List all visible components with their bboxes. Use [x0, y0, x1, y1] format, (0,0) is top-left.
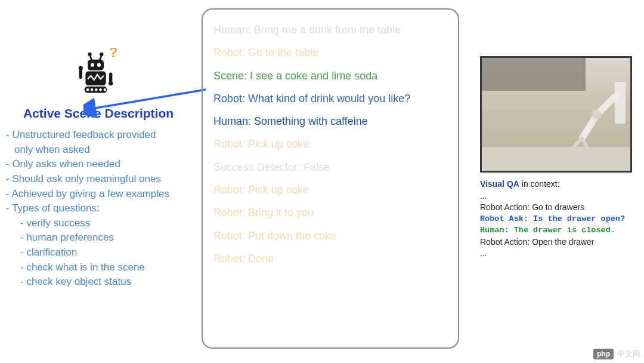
svg-point-10 [79, 66, 83, 70]
dialog-line: Robot: Done [213, 251, 447, 266]
svg-rect-5 [88, 60, 104, 70]
sub-bullet-item: - check what is in the scene [6, 260, 191, 275]
bullet-item: - Achieved by giving a few examples [6, 187, 191, 202]
dialog-line: Robot: What kind of drink would you like… [213, 91, 447, 106]
svg-point-6 [91, 63, 94, 67]
bullet-item: - Only asks when needed [6, 157, 191, 172]
dialog-line: Robot: Pick up coke [213, 137, 447, 151]
svg-point-22 [592, 110, 602, 119]
left-column: ? Active Scene Descrip [6, 48, 191, 290]
right-column: Visual QA in context: ... Robot Action: … [480, 56, 636, 260]
dialog-panel: Human: Bring me a drink from the table R… [202, 8, 459, 349]
vqa-human: Human: The drawer is closed. [480, 225, 636, 236]
vqa-title: Visual QA in context: [480, 179, 636, 190]
scene-photo [480, 56, 632, 173]
dialog-line: Robot: Pick up coke [213, 183, 447, 197]
vqa-action: Robot Action: Open the drawer [480, 236, 636, 248]
robot-question-icon: ? [72, 48, 125, 101]
bullet-item: - Should ask only meaningful ones [6, 172, 191, 187]
watermark-text: 中文网 [617, 349, 640, 359]
svg-point-15 [91, 88, 94, 91]
sub-bullet-item: - clarification [6, 245, 191, 260]
bullet-item: - Unstructured feedback provided [6, 128, 191, 143]
vqa-title-suffix: in context: [519, 179, 560, 189]
dialog-line: Human: Something with caffeine [213, 114, 447, 128]
bullet-list: - Unstructured feedback provided only wh… [6, 128, 191, 290]
svg-text:?: ? [109, 48, 117, 60]
svg-point-14 [86, 88, 89, 91]
watermark: php 中文网 [593, 349, 640, 359]
dialog-line: Human: Bring me a drink from the table [213, 23, 447, 37]
dialog-line: Robot: Bring it to you [213, 205, 447, 220]
bullet-item: only when asked [6, 143, 191, 158]
svg-point-7 [97, 63, 101, 67]
dialog-line: Robot: Go to the table [213, 45, 447, 60]
dialog-line: Robot: Put down the coke [213, 229, 447, 243]
svg-point-17 [99, 88, 102, 91]
vqa-text-block: Visual QA in context: ... Robot Action: … [480, 179, 636, 260]
vqa-action: Robot Action: Go to drawers [480, 202, 636, 214]
vqa-title-bold: Visual QA [480, 179, 519, 189]
svg-rect-9 [79, 69, 82, 79]
sub-bullet-item: - verify success [6, 216, 191, 231]
svg-point-12 [109, 81, 113, 85]
bullet-item: - Types of questions: [6, 201, 191, 216]
svg-rect-11 [109, 72, 112, 82]
svg-point-16 [95, 88, 98, 91]
sub-bullet-item: - check key object status [6, 275, 191, 290]
dialog-line: Scene: I see a coke and lime soda [213, 69, 447, 83]
robot-arm-icon [561, 82, 627, 153]
svg-rect-21 [615, 82, 626, 124]
dialog-line: Success Detector: False [213, 160, 447, 174]
sub-bullet-item: - human preferences [6, 230, 191, 245]
section-title: Active Scene Description [6, 106, 191, 121]
svg-point-18 [104, 88, 107, 91]
vqa-ellipsis: ... [480, 248, 636, 260]
watermark-badge: php [593, 349, 614, 359]
vqa-ellipsis: ... [480, 190, 636, 202]
vqa-ask: Robot Ask: Is the drawer open? [480, 214, 636, 225]
